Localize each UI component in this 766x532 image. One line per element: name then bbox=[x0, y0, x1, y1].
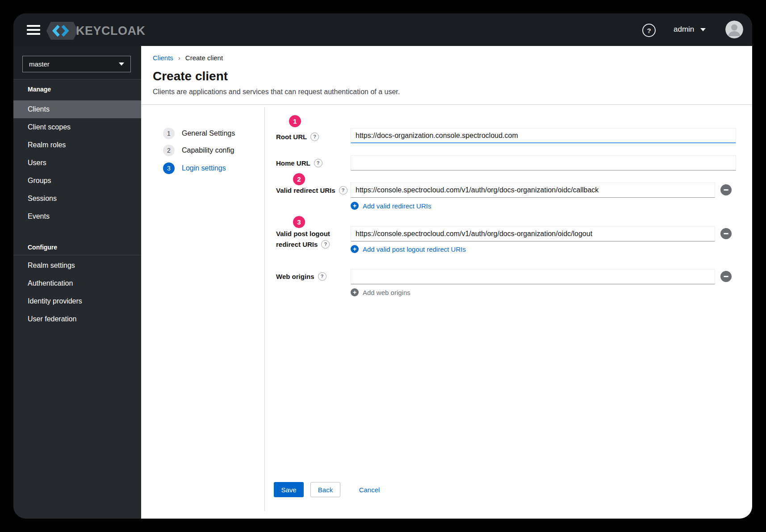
annotation-badge-2: 2 bbox=[293, 173, 305, 185]
breadcrumb-current: Create client bbox=[185, 54, 223, 62]
valid-redirect-uris-label: Valid redirect URIs ? bbox=[276, 186, 347, 195]
brand-text: KEYCLOAK bbox=[76, 24, 146, 38]
chevron-down-icon bbox=[119, 62, 124, 66]
sidebar-item-identity-providers[interactable]: Identity providers bbox=[13, 292, 141, 310]
annotation-badge-3: 3 bbox=[293, 216, 305, 228]
web-origins-label: Web origins ? bbox=[276, 272, 326, 281]
step-number: 3 bbox=[163, 162, 175, 174]
chevron-down-icon bbox=[700, 28, 706, 31]
add-valid-redirect-uris-link[interactable]: + Add valid redirect URIs bbox=[351, 202, 431, 210]
web-origins-input[interactable] bbox=[351, 269, 715, 284]
main-content: Clients › Create client Create client Cl… bbox=[141, 46, 752, 519]
page-title: Create client bbox=[153, 69, 228, 83]
breadcrumb-clients-link[interactable]: Clients bbox=[153, 54, 173, 62]
remove-web-origin-button[interactable] bbox=[720, 271, 732, 282]
root-url-input[interactable] bbox=[351, 128, 736, 143]
step-number: 1 bbox=[163, 128, 175, 139]
wizard-step-general-settings[interactable]: 1 General Settings bbox=[163, 128, 235, 139]
breadcrumb-separator-icon: › bbox=[178, 54, 180, 62]
valid-redirect-uris-input[interactable] bbox=[351, 183, 715, 198]
keycloak-hexagon-icon bbox=[46, 21, 79, 40]
plus-icon: + bbox=[351, 288, 359, 296]
sidebar-item-clients[interactable]: Clients bbox=[13, 100, 141, 118]
step-number: 2 bbox=[163, 145, 175, 156]
wizard-step-login-settings[interactable]: 3 Login settings bbox=[163, 162, 226, 174]
content-divider bbox=[141, 104, 752, 105]
add-web-origins-link[interactable]: + Add web origins bbox=[351, 288, 410, 296]
plus-icon: + bbox=[351, 245, 359, 253]
user-silhouette-icon bbox=[725, 21, 743, 38]
cancel-button[interactable]: Cancel bbox=[356, 482, 383, 497]
valid-post-logout-label-line1: Valid post logout bbox=[276, 229, 330, 238]
valid-post-logout-input[interactable] bbox=[351, 226, 715, 241]
plus-icon: + bbox=[351, 202, 359, 210]
realm-name: master bbox=[29, 60, 50, 68]
sidebar-item-groups[interactable]: Groups bbox=[13, 172, 141, 190]
page-subtitle: Clients are applications and services th… bbox=[153, 88, 400, 96]
root-url-label: Root URL ? bbox=[276, 132, 319, 141]
wizard-step-capability-config[interactable]: 2 Capability config bbox=[163, 145, 234, 156]
hamburger-menu-icon[interactable] bbox=[27, 25, 40, 35]
sidebar-item-events[interactable]: Events bbox=[13, 208, 141, 225]
username: admin bbox=[674, 25, 694, 34]
sidebar-item-realm-roles[interactable]: Realm roles bbox=[13, 136, 141, 154]
sidebar: master Manage Clients Client scopes Real… bbox=[13, 46, 141, 519]
help-icon[interactable]: ? bbox=[339, 186, 347, 195]
avatar[interactable] bbox=[725, 21, 743, 38]
back-button[interactable]: Back bbox=[310, 482, 340, 497]
nav-section-configure: Configure bbox=[28, 244, 57, 251]
sidebar-divider bbox=[13, 255, 141, 255]
home-url-label: Home URL ? bbox=[276, 158, 322, 167]
realm-selector[interactable]: master bbox=[22, 56, 131, 72]
realm-selector-area: master bbox=[13, 46, 141, 79]
keycloak-logo: KEYCLOAK bbox=[46, 21, 146, 40]
add-valid-post-logout-link[interactable]: + Add valid post logout redirect URIs bbox=[351, 245, 466, 253]
help-icon[interactable]: ? bbox=[642, 24, 656, 37]
app-window: KEYCLOAK ? admin master Manage Clients C… bbox=[13, 13, 752, 519]
nav-section-manage: Manage bbox=[28, 86, 51, 93]
annotation-badge-1: 1 bbox=[289, 115, 301, 127]
sidebar-item-users[interactable]: Users bbox=[13, 154, 141, 172]
save-button[interactable]: Save bbox=[274, 482, 304, 497]
wizard-divider bbox=[264, 107, 265, 511]
help-icon[interactable]: ? bbox=[318, 272, 326, 281]
user-menu[interactable]: admin bbox=[674, 25, 706, 34]
help-icon[interactable]: ? bbox=[314, 159, 322, 167]
sidebar-item-client-scopes[interactable]: Client scopes bbox=[13, 118, 141, 136]
sidebar-item-realm-settings[interactable]: Realm settings bbox=[13, 257, 141, 274]
remove-post-logout-uri-button[interactable] bbox=[720, 228, 732, 239]
remove-redirect-uri-button[interactable] bbox=[720, 184, 732, 195]
help-icon[interactable]: ? bbox=[310, 133, 319, 141]
home-url-input[interactable] bbox=[351, 155, 736, 170]
breadcrumb: Clients › Create client bbox=[153, 54, 223, 62]
sidebar-item-user-federation[interactable]: User federation bbox=[13, 310, 141, 328]
sidebar-item-sessions[interactable]: Sessions bbox=[13, 190, 141, 208]
valid-post-logout-label-line2: redirect URIs ? bbox=[276, 240, 330, 249]
top-header: KEYCLOAK ? admin bbox=[13, 13, 752, 46]
sidebar-item-authentication[interactable]: Authentication bbox=[13, 274, 141, 292]
help-icon[interactable]: ? bbox=[321, 240, 330, 249]
